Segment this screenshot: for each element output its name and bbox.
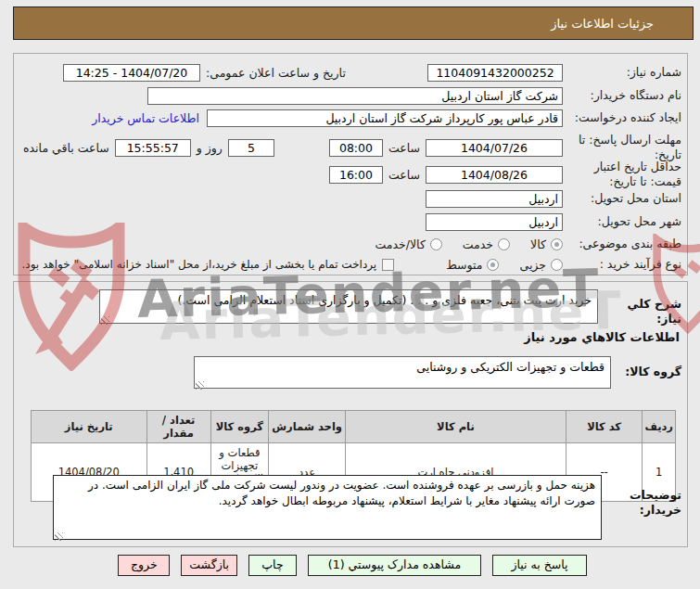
items-section-heading: اطلاعات کالاهاي مورد نیاز bbox=[524, 330, 680, 344]
publish-datetime-label: تاریخ و ساعت اعلان عمومی: bbox=[206, 66, 346, 80]
delivery-city-label: شهر محل تحویل: bbox=[563, 214, 681, 229]
reply-deadline-label: مهلت ارسال پاسخ: تا تاریخ: bbox=[563, 133, 681, 161]
need-number-label: شماره نیاز: bbox=[563, 65, 681, 80]
reply-deadline-date-field[interactable] bbox=[426, 139, 563, 157]
radio-option-label: خدمت bbox=[463, 237, 493, 251]
table-header-cell: کد کالا bbox=[566, 411, 643, 443]
table-header-cell: واحد شمارش bbox=[269, 411, 346, 443]
table-header-cell: تاریخ نیاز bbox=[32, 411, 147, 443]
buyer-org-field[interactable] bbox=[147, 87, 563, 105]
exit-button[interactable]: خروج bbox=[118, 555, 170, 576]
delivery-city-field[interactable] bbox=[426, 213, 563, 231]
purchase-process-radiogroup: جزییمتوسط bbox=[426, 258, 563, 272]
radio-option-label: کالا/خدمت bbox=[375, 237, 425, 251]
reply-to-need-button[interactable]: پاسخ به نیاز bbox=[492, 555, 587, 576]
subject-class-label: طبقه بندی موضوعی: bbox=[563, 237, 681, 251]
delivery-province-field[interactable] bbox=[426, 190, 563, 208]
table-header-cell: نام کالا bbox=[346, 411, 566, 443]
buyer-org-label: نام دستگاه خریدار: bbox=[563, 88, 681, 103]
need-number-field[interactable] bbox=[427, 64, 563, 82]
need-description-field[interactable]: خرید ارت پیت بتنی، جعبه فلزی و . . . (تک… bbox=[99, 289, 598, 324]
publish-datetime-field[interactable] bbox=[63, 64, 200, 82]
radio-option-label: کالا bbox=[530, 237, 546, 251]
remaining-time-field[interactable] bbox=[115, 139, 191, 157]
goods-group-label: گروه کالا: bbox=[611, 356, 681, 379]
price-validity-time-field[interactable] bbox=[329, 166, 383, 184]
radio-option[interactable] bbox=[551, 259, 563, 271]
price-validity-date-field[interactable] bbox=[426, 166, 563, 184]
treasury-docs-label: پرداخت تمام یا بخشی از مبلغ خرید،از محل … bbox=[22, 258, 377, 271]
radio-option-label: متوسط bbox=[446, 258, 482, 272]
price-validity-label: حداقل تاریخ اعتبار قیمت: تا تاریخ: bbox=[563, 160, 681, 188]
radio-option[interactable] bbox=[551, 238, 563, 250]
radio-option[interactable] bbox=[430, 238, 442, 250]
buyer-notes-label: توضیحات خریدار: bbox=[602, 475, 681, 517]
view-attachments-button[interactable]: مشاهده مدارک پیوستي (1) bbox=[308, 555, 481, 576]
buyer-contact-link[interactable]: اطلاعات تماس خریدار bbox=[92, 111, 199, 125]
radio-option[interactable] bbox=[498, 238, 510, 250]
days-label: روز و bbox=[197, 141, 223, 155]
radio-option-label: جزیی bbox=[519, 258, 546, 272]
subject-class-radiogroup: کالاخدمتکالا/خدمت bbox=[354, 237, 563, 251]
radio-option[interactable] bbox=[487, 259, 499, 271]
treasury-docs-checkbox[interactable] bbox=[382, 259, 394, 271]
need-info-panel: شماره نیاز: تاریخ و ساعت اعلان عمومی: نا… bbox=[13, 53, 688, 275]
need-details-page: جزئیات اطلاعات نیاز شماره نیاز: تاریخ و … bbox=[0, 0, 700, 589]
print-button[interactable]: چاپ bbox=[248, 555, 297, 576]
back-button[interactable]: بازگشت bbox=[181, 555, 237, 576]
table-header-cell: گروه کالا bbox=[210, 411, 268, 443]
buyer-notes-field[interactable]: هزینه حمل و بازرسی بر عهده فروشنده است. … bbox=[53, 475, 602, 540]
reply-deadline-time-field[interactable] bbox=[329, 139, 383, 157]
need-content-panel: شرح کلي نیاز: خرید ارت پیت بتنی، جعبه فل… bbox=[13, 281, 688, 547]
delivery-province-label: استان محل تحویل: bbox=[563, 191, 681, 206]
request-creator-field[interactable] bbox=[207, 109, 563, 127]
goods-group-field[interactable]: قطعات و تجهیزات الکتریکی و روشنایی bbox=[194, 356, 611, 389]
page-title: جزئیات اطلاعات نیاز bbox=[13, 6, 694, 40]
need-description-label: شرح کلي نیاز: bbox=[598, 289, 681, 326]
request-creator-label: ایجاد کننده درخواست: bbox=[563, 110, 681, 125]
reply-deadline-time-label: ساعت bbox=[388, 141, 420, 155]
remaining-time-label: ساعت باقي مانده bbox=[23, 141, 109, 155]
table-header-cell: ردیف bbox=[643, 411, 676, 443]
purchase-process-label: نوع فرآیند خرید : bbox=[563, 257, 681, 272]
table-header-cell: تعداد / مقدار bbox=[146, 411, 210, 443]
action-buttons-bar: پاسخ به نیاز مشاهده مدارک پیوستي (1) چاپ… bbox=[0, 554, 700, 576]
reply-deadline-days-field[interactable] bbox=[228, 139, 274, 157]
price-validity-time-label: ساعت bbox=[388, 168, 420, 182]
